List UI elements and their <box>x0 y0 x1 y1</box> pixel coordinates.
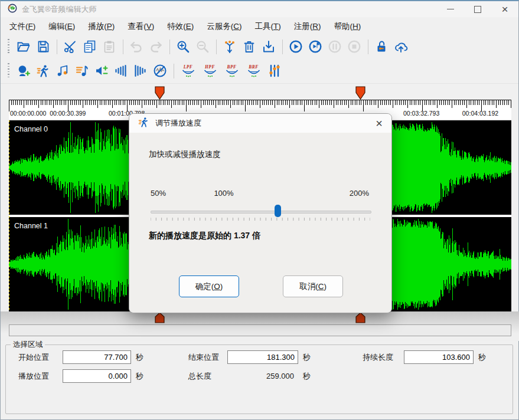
end-position-unit: 秒 <box>303 350 311 365</box>
extract-button[interactable] <box>259 38 278 56</box>
save-button[interactable] <box>34 38 52 56</box>
denoise-button[interactable] <box>151 62 169 80</box>
playback-speed-icon <box>136 115 151 132</box>
minimize-icon <box>447 9 454 9</box>
toolbar-separator <box>282 40 283 54</box>
slider-mid-label: 100% <box>214 189 233 198</box>
redo-button[interactable] <box>146 38 165 56</box>
menu-item-3[interactable]: 查看(V) <box>121 19 161 34</box>
toolbar-separator <box>169 40 170 54</box>
cloud-upload-button[interactable] <box>391 38 410 56</box>
equalizer-button[interactable] <box>265 62 283 80</box>
stop-button[interactable] <box>345 38 363 56</box>
high-pass-filter-button[interactable]: HPF <box>200 62 220 80</box>
total-length-label: 总长度 <box>188 369 211 383</box>
playback-cursor <box>9 120 9 311</box>
window-title: 金飞翼®音频编辑大师 <box>22 4 97 15</box>
playback-speed-button[interactable] <box>34 62 52 80</box>
menu-item-1[interactable]: 编辑(E) <box>42 19 81 34</box>
toolbar-grip <box>8 39 9 54</box>
play-position-label: 播放位置 <box>18 369 49 383</box>
close-icon: × <box>501 4 508 15</box>
undo-button[interactable] <box>127 38 145 56</box>
menu-item-4[interactable]: 特效(E) <box>161 19 200 34</box>
toolbar-separator <box>216 40 217 54</box>
filter-label: BRF <box>249 65 259 70</box>
play-button[interactable] <box>286 38 305 56</box>
menu-item-6[interactable]: 工具(T) <box>249 19 288 34</box>
dialog-close-button[interactable]: × <box>374 117 384 129</box>
menu-item-5[interactable]: 云服务(C) <box>200 19 248 34</box>
pause-button[interactable] <box>325 38 344 56</box>
end-position-label: 结束位置 <box>188 350 219 365</box>
low-pass-filter-button[interactable]: LPF <box>178 62 198 80</box>
voice-join-button[interactable] <box>14 62 32 80</box>
toolbar-separator <box>57 40 57 54</box>
speed-result-text: 新的播放速度是原始的 1.37 倍 <box>149 231 260 241</box>
horizontal-scrollbar[interactable] <box>9 324 511 336</box>
start-position-label: 开始位置 <box>18 350 49 365</box>
unlock-button[interactable] <box>372 38 390 56</box>
pitch-button[interactable] <box>53 62 71 80</box>
slider-min-label: 50% <box>151 189 166 198</box>
ruler-timestamp: 00:04:03.192 <box>462 110 498 117</box>
start-position-input[interactable] <box>63 350 131 364</box>
selection-end-marker-bottom[interactable] <box>355 312 365 326</box>
volume-button[interactable] <box>92 62 110 80</box>
dialog-description: 加快或减慢播放速度 <box>149 149 221 160</box>
title-bar: 金飞翼®音频编辑大师 × <box>1 1 518 17</box>
fade-in-button[interactable] <box>112 62 130 80</box>
total-length-unit: 秒 <box>303 369 311 383</box>
play-position-unit: 秒 <box>136 369 143 383</box>
open-button[interactable] <box>14 38 32 56</box>
speed-slider-track[interactable] <box>151 211 371 214</box>
app-window: 金飞翼®音频编辑大师 × 文件(F)编辑(E)播放(P)查看(V)特效(E)云服… <box>0 0 519 420</box>
app-logo-icon <box>8 4 17 15</box>
start-position-unit: 秒 <box>136 350 143 365</box>
play-position-input[interactable] <box>63 369 131 383</box>
menu-item-7[interactable]: 注册(R) <box>288 19 328 34</box>
menu-item-0[interactable]: 文件(F) <box>3 19 42 34</box>
band-pass-filter-button[interactable]: BPF <box>221 62 242 80</box>
end-position-input[interactable] <box>227 350 298 364</box>
tempo-button[interactable] <box>73 62 91 80</box>
selection-start-marker-bottom[interactable] <box>155 312 165 326</box>
selection-start-marker-top[interactable] <box>155 86 165 102</box>
window-controls: × <box>437 1 518 17</box>
cancel-button[interactable]: 取消(C) <box>283 275 343 297</box>
zoom-out-button[interactable] <box>193 38 211 56</box>
ruler-timestamp: 00:03:32.793 <box>403 110 439 117</box>
duration-input[interactable] <box>404 350 474 364</box>
paste-button[interactable] <box>100 38 118 56</box>
ruler-timestamp: 00:00:00.000 <box>10 110 46 117</box>
dialog-title-bar[interactable]: 调节播放速度 × <box>129 114 391 133</box>
selection-end-marker-top[interactable] <box>355 86 365 102</box>
toolbar-grip <box>8 63 9 78</box>
delete-button[interactable] <box>240 38 258 56</box>
speed-slider-thumb[interactable] <box>275 205 281 217</box>
slider-tick-marks <box>151 218 370 221</box>
fade-out-button[interactable] <box>131 62 149 80</box>
toolbar-separator <box>174 64 174 78</box>
play-marked-button[interactable] <box>306 38 324 56</box>
ruler-timestamp: 00:00:30.399 <box>50 110 86 117</box>
filter-label: HPF <box>205 65 215 70</box>
menu-item-8[interactable]: 帮助(H) <box>328 19 368 34</box>
maximize-button[interactable] <box>464 1 491 17</box>
menu-bar: 文件(F)编辑(E)播放(P)查看(V)特效(E)云服务(C)工具(T)注册(R… <box>1 18 518 35</box>
copy-button[interactable] <box>80 38 99 56</box>
mix-button[interactable] <box>220 38 239 56</box>
dialog-title: 调节播放速度 <box>155 118 201 129</box>
ok-button[interactable]: 确定(O) <box>179 275 239 297</box>
band-reject-filter-button[interactable]: BRF <box>243 62 264 80</box>
duration-unit: 秒 <box>478 350 486 365</box>
duration-label: 持续长度 <box>363 350 393 365</box>
minimize-button[interactable] <box>437 1 464 17</box>
menu-item-2[interactable]: 播放(P) <box>81 19 121 34</box>
zoom-in-button[interactable] <box>174 38 192 56</box>
close-button[interactable]: × <box>491 1 518 17</box>
toolbar-main <box>1 35 518 58</box>
toolbar-separator <box>368 40 368 54</box>
cut-button[interactable] <box>61 38 79 56</box>
filter-label: BPF <box>227 65 236 70</box>
